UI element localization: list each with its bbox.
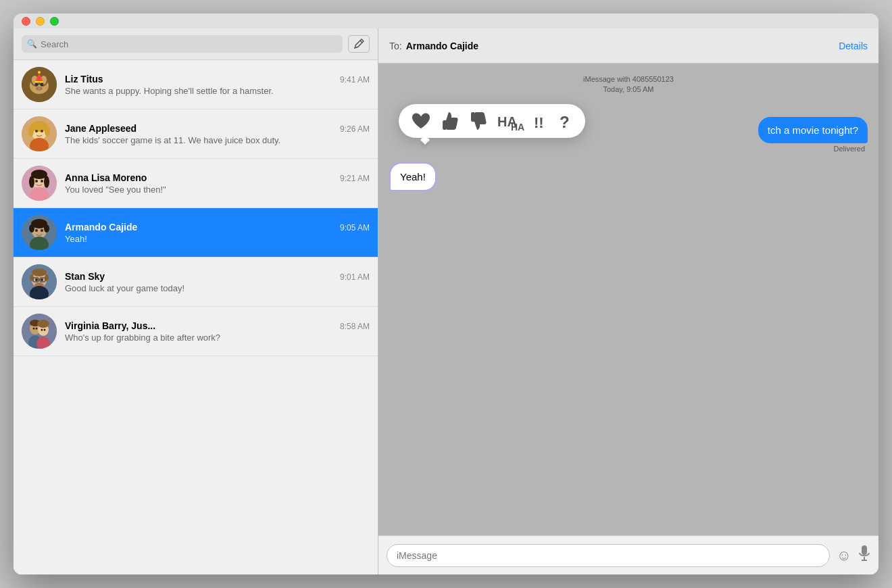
svg-point-59: [44, 329, 46, 331]
delivered-label: Delivered: [834, 145, 868, 153]
conv-body-armando: Armando Cajide 9:05 AM Yeah!: [65, 222, 370, 244]
conversation-item-virginia-barry[interactable]: Virginia Barry, Jus... 8:58 AM Who's up …: [14, 307, 378, 356]
received-message-text: Yeah!: [400, 171, 426, 182]
svg-point-26: [35, 180, 38, 182]
avatar-image-jane: [22, 116, 57, 151]
thumbsup-icon: [441, 111, 460, 131]
conv-preview-stan: Good luck at your game today!: [65, 283, 370, 293]
conv-time-stan: 9:01 AM: [340, 272, 370, 282]
compose-button[interactable]: [348, 35, 370, 53]
conv-name-armando: Armando Cajide: [65, 222, 137, 232]
compose-icon: [353, 39, 364, 49]
svg-point-12: [38, 71, 41, 74]
tapback-thumbsup[interactable]: [441, 111, 460, 131]
conv-time-liz: 9:41 AM: [340, 75, 370, 84]
close-button[interactable]: [22, 17, 30, 26]
message-input[interactable]: [387, 544, 830, 567]
search-bar[interactable]: 🔍: [22, 35, 343, 53]
avatar-image-armando: [22, 215, 57, 250]
svg-text:?: ?: [560, 113, 570, 130]
avatar-liz-titus: [22, 67, 57, 102]
avatar-image-virginia: [22, 314, 57, 349]
svg-point-32: [29, 224, 34, 232]
conv-header-stan: Stan Sky 9:01 AM: [65, 271, 370, 282]
avatar-image-liz: [22, 67, 57, 102]
conversation-list: Liz Titus 9:41 AM She wants a puppy. Hop…: [14, 60, 378, 574]
conv-header-armando: Armando Cajide 9:05 AM: [65, 222, 370, 232]
tapback-popup: HA HA !! ?: [399, 104, 585, 138]
conv-body-stan: Stan Sky 9:01 AM Good luck at your game …: [65, 271, 370, 293]
conv-body-liz: Liz Titus 9:41 AM She wants a puppy. Hop…: [65, 74, 370, 96]
svg-point-42: [35, 278, 38, 281]
tapback-haha[interactable]: HA HA: [497, 112, 524, 130]
messages-window: 🔍: [14, 14, 878, 574]
conversation-item-anna-moreno[interactable]: Anna Lisa Moreno 9:21 AM You loved "See …: [14, 159, 378, 208]
conv-preview-armando: Yeah!: [65, 234, 370, 244]
svg-rect-64: [862, 545, 867, 555]
search-input[interactable]: [41, 39, 337, 49]
avatar-stan-sky: [22, 264, 57, 299]
conversation-item-liz-titus[interactable]: Liz Titus 9:41 AM She wants a puppy. Hop…: [14, 60, 378, 109]
svg-point-39: [32, 268, 47, 276]
svg-point-34: [35, 229, 38, 232]
svg-point-33: [44, 224, 49, 232]
avatar-virginia-barry: [22, 314, 57, 349]
svg-point-7: [41, 83, 44, 87]
tapback-exclamation[interactable]: !!: [534, 112, 550, 130]
search-icon: 🔍: [27, 39, 37, 49]
details-button[interactable]: Details: [839, 41, 868, 51]
chat-header: To: Armando Cajide Details: [378, 28, 878, 64]
thumbsdown-icon: [469, 111, 488, 131]
svg-text:!!: !!: [534, 114, 544, 130]
microphone-icon: [858, 545, 870, 562]
conv-preview-anna: You loved "See you then!": [65, 185, 370, 195]
title-bar: [14, 14, 878, 28]
conv-body-anna: Anna Lisa Moreno 9:21 AM You loved "See …: [65, 172, 370, 195]
conv-name-stan: Stan Sky: [65, 271, 105, 282]
main-content: 🔍: [14, 28, 878, 574]
conv-name-jane: Jane Appleseed: [65, 123, 137, 134]
conv-time-armando: 9:05 AM: [340, 223, 370, 232]
svg-point-57: [36, 328, 38, 330]
conv-name-anna: Anna Lisa Moreno: [65, 172, 147, 183]
received-bubble: Yeah!: [389, 162, 437, 191]
tapback-question[interactable]: ?: [560, 112, 573, 130]
sent-bubble: tch a movie tonight?: [758, 117, 868, 143]
avatar-image-stan: [22, 264, 57, 299]
conv-body-jane: Jane Appleseed 9:26 AM The kids' soccer …: [65, 123, 370, 145]
conv-preview-virginia: Who's up for grabbing a bite after work?: [65, 333, 370, 343]
svg-point-25: [44, 176, 49, 188]
conversation-item-stan-sky[interactable]: Stan Sky 9:01 AM Good luck at your game …: [14, 258, 378, 307]
conv-preview-jane: The kids' soccer game is at 11. We have …: [65, 135, 370, 145]
question-icon: ?: [560, 112, 573, 130]
svg-point-56: [33, 328, 35, 330]
received-message-row: Yeah!: [389, 162, 868, 191]
tapback-thumbsdown[interactable]: [469, 111, 488, 131]
chat-messages: iMessage with 4085550123 Today, 9:05 AM: [378, 64, 878, 535]
svg-text:HA: HA: [511, 122, 524, 130]
conversation-item-jane-appleseed[interactable]: Jane Appleseed 9:26 AM The kids' soccer …: [14, 109, 378, 159]
microphone-button[interactable]: [858, 545, 870, 565]
fullscreen-button[interactable]: [50, 17, 59, 26]
svg-point-24: [29, 176, 34, 188]
minimize-button[interactable]: [36, 17, 45, 26]
heart-icon: [411, 112, 431, 130]
conv-time-virginia: 8:58 AM: [340, 322, 370, 331]
svg-point-16: [28, 126, 34, 137]
conv-preview-liz: She wants a puppy. Hoping she'll settle …: [65, 86, 370, 96]
sent-message-text: tch a movie tonight?: [768, 124, 858, 136]
haha-icon: HA HA: [497, 112, 524, 130]
avatar-image-anna: [22, 166, 57, 201]
svg-point-9: [38, 87, 41, 90]
sidebar-toolbar: 🔍: [14, 28, 378, 60]
svg-point-58: [41, 329, 43, 331]
conv-body-virginia: Virginia Barry, Jus... 8:58 AM Who's up …: [65, 320, 370, 343]
tapback-heart[interactable]: [411, 112, 431, 130]
sidebar: 🔍: [14, 28, 378, 574]
svg-point-19: [41, 130, 43, 132]
emoji-button[interactable]: ☺: [837, 547, 851, 564]
chat-recipient-name: Armando Cajide: [406, 41, 839, 51]
svg-point-18: [35, 130, 38, 132]
conv-name-liz: Liz Titus: [65, 74, 103, 84]
conversation-item-armando-cajide[interactable]: Armando Cajide 9:05 AM Yeah!: [14, 208, 378, 258]
